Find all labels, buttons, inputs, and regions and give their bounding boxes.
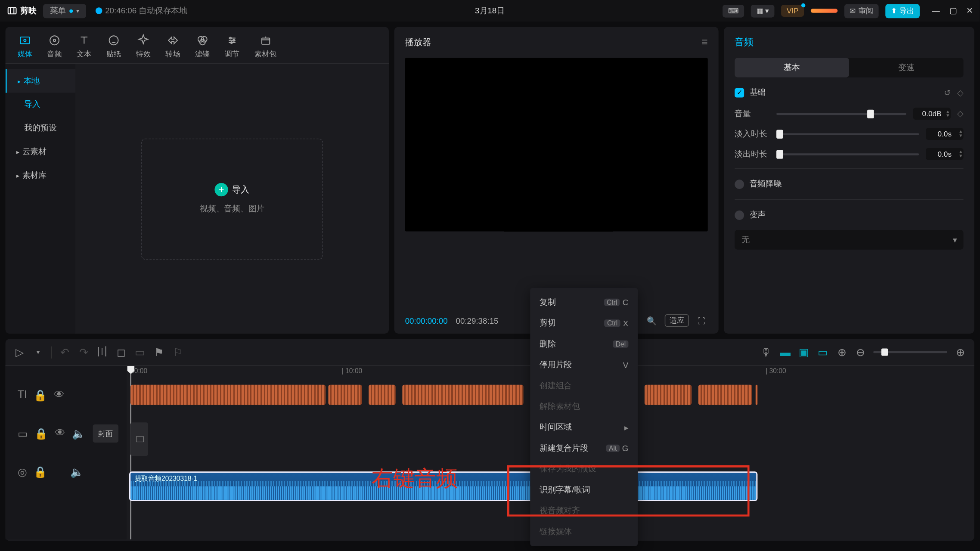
undo-icon[interactable]: ↶ — [59, 346, 71, 358]
reverse-icon[interactable]: ▭ — [134, 346, 146, 358]
autosave-status: 20:46:06 自动保存本地 — [96, 5, 187, 17]
maximize-button[interactable]: ▢ — [949, 6, 957, 15]
text-clip[interactable] — [645, 385, 692, 405]
voicechange-label: 变声 — [750, 209, 766, 221]
zoom-tool-icon[interactable]: 🔍 — [646, 314, 658, 326]
magnet-auto-icon[interactable]: ▣ — [798, 346, 810, 358]
text-clip[interactable] — [756, 385, 758, 405]
link-icon[interactable]: ▭ — [817, 346, 829, 358]
zoom-out-icon[interactable]: ⊖ — [854, 346, 866, 358]
mute-icon[interactable]: 🔈 — [72, 427, 85, 440]
ctx-cut[interactable]: 剪切CtrlX — [530, 313, 638, 334]
ctx-group: 创建组合 — [530, 375, 638, 396]
fadein-value[interactable]: 0.0s▴▾ — [926, 128, 964, 140]
marker-icon[interactable]: ⚑ — [153, 346, 165, 358]
tab-fx[interactable]: 特效 — [136, 34, 151, 59]
svg-point-3 — [50, 36, 59, 45]
cover-button[interactable]: 封面 — [93, 424, 118, 442]
svg-rect-12 — [261, 38, 269, 44]
keyframe-icon[interactable]: ◇ — [957, 88, 963, 97]
volume-keyframe-icon[interactable]: ◇ — [957, 109, 963, 118]
fadeout-slider[interactable] — [776, 153, 919, 155]
redo-icon[interactable]: ↷ — [78, 346, 90, 358]
svg-point-2 — [24, 39, 26, 41]
keyboard-button[interactable]: ⌨ — [723, 4, 744, 17]
split-icon[interactable]: 〣 — [96, 346, 108, 358]
sidebar-item-mypreset[interactable]: 我的预设 — [6, 116, 76, 140]
minimize-button[interactable]: — — [932, 6, 940, 15]
tab-text[interactable]: 文本 — [77, 34, 91, 59]
zoom-in-icon[interactable]: ⊕ — [954, 346, 966, 358]
ctx-disable[interactable]: 停用片段V — [530, 354, 638, 375]
audio-track-header: ◎ 🔒 🔈 — [6, 455, 127, 488]
fadein-label: 淡入时长 — [735, 128, 769, 140]
magnet-main-icon[interactable]: ▬ — [779, 346, 791, 358]
export-button[interactable]: ⬆ 导出 — [885, 4, 920, 18]
tab-filter[interactable]: 滤镜 — [195, 34, 210, 59]
sidebar-item-cloud[interactable]: ▸云素材 — [6, 140, 76, 164]
voicechange-select[interactable]: 无▾ — [735, 230, 963, 249]
player-menu-icon[interactable]: ≡ — [701, 36, 708, 48]
title-bar: 剪映 菜单 ●▾ 20:46:06 自动保存本地 3月18日 ⌨ ▦ ▾ VIP… — [0, 0, 980, 22]
close-button[interactable]: ✕ — [966, 6, 973, 15]
review-button[interactable]: ✉ 审阅 — [844, 4, 879, 18]
tab-speed[interactable]: 变速 — [849, 58, 964, 77]
reset-icon[interactable]: ↺ — [944, 88, 951, 97]
record-icon[interactable]: 🎙 — [760, 346, 772, 358]
basic-checkbox[interactable]: ✓ — [735, 88, 744, 97]
zoom-slider[interactable] — [873, 351, 947, 353]
vip-button[interactable]: VIP — [781, 5, 804, 17]
fadeout-value[interactable]: 0.0s▴▾ — [926, 148, 964, 160]
sidebar-item-local[interactable]: ▸本地 — [6, 69, 76, 93]
text-clip[interactable] — [130, 385, 326, 405]
svg-point-5 — [109, 36, 118, 45]
text-clip[interactable] — [698, 385, 752, 405]
tab-sticker[interactable]: 贴纸 — [106, 34, 121, 59]
fit-button[interactable]: 适应 — [665, 314, 689, 327]
tab-pack[interactable]: 素材包 — [254, 34, 277, 59]
player-title: 播放器 — [405, 36, 431, 48]
layout-button[interactable]: ▦ ▾ — [751, 4, 775, 17]
preview-axis-icon[interactable]: ⊕ — [836, 346, 848, 358]
tab-basic[interactable]: 基本 — [735, 58, 849, 77]
import-dropzone[interactable]: +导入 视频、音频、图片 — [141, 138, 323, 259]
lock-icon[interactable]: 🔒 — [34, 427, 48, 440]
project-name[interactable]: 3月18日 — [475, 5, 505, 17]
text-clip[interactable] — [329, 385, 362, 405]
tab-adjust[interactable]: 调节 — [225, 34, 239, 59]
ctx-delete[interactable]: 删除Del — [530, 334, 638, 354]
denoise-checkbox[interactable] — [735, 179, 744, 189]
volume-value[interactable]: 0.0dB▴▾ — [913, 108, 951, 120]
eye-icon[interactable]: 👁 — [55, 427, 65, 439]
tab-audio[interactable]: 音频 — [47, 34, 62, 59]
text-clip[interactable] — [402, 385, 523, 405]
svg-rect-13 — [136, 436, 144, 442]
fadein-slider[interactable] — [776, 133, 919, 135]
text-clip[interactable] — [369, 385, 396, 405]
crop-icon[interactable]: ◻ — [115, 346, 127, 358]
fullscreen-icon[interactable]: ⛶ — [696, 314, 708, 326]
sidebar-item-library[interactable]: ▸素材库 — [6, 164, 76, 187]
lock-icon[interactable]: 🔒 — [34, 388, 47, 401]
ctx-compound[interactable]: 新建复合片段AltG — [530, 438, 638, 458]
progress-indicator — [811, 9, 838, 12]
lock-icon[interactable]: 🔒 — [34, 465, 47, 478]
tab-media[interactable]: 媒体 — [18, 34, 32, 59]
audio-track-icon: ◎ — [18, 465, 27, 478]
tab-transition[interactable]: 转场 — [165, 34, 180, 59]
pointer-tool-icon[interactable]: ▷ — [13, 346, 25, 358]
ctx-timerange[interactable]: 时间区域▸ — [530, 417, 638, 438]
section-basic-label: 基础 — [750, 87, 766, 99]
volume-slider[interactable] — [776, 113, 906, 115]
player-canvas[interactable] — [405, 58, 708, 231]
sidebar-item-import[interactable]: 导入 — [6, 93, 76, 117]
main-menu-button[interactable]: 菜单 ●▾ — [43, 4, 86, 18]
video-clip[interactable] — [130, 422, 148, 456]
tool-dropdown-icon[interactable]: ▾ — [32, 346, 44, 358]
voicechange-checkbox[interactable] — [735, 210, 744, 220]
annotation-text: 右键音频 — [372, 464, 458, 494]
ctx-copy[interactable]: 复制CtrlC — [530, 292, 638, 313]
marker2-icon[interactable]: ⚐ — [171, 346, 183, 358]
mute-icon[interactable]: 🔈 — [70, 465, 84, 478]
eye-icon[interactable]: 👁 — [54, 389, 65, 401]
